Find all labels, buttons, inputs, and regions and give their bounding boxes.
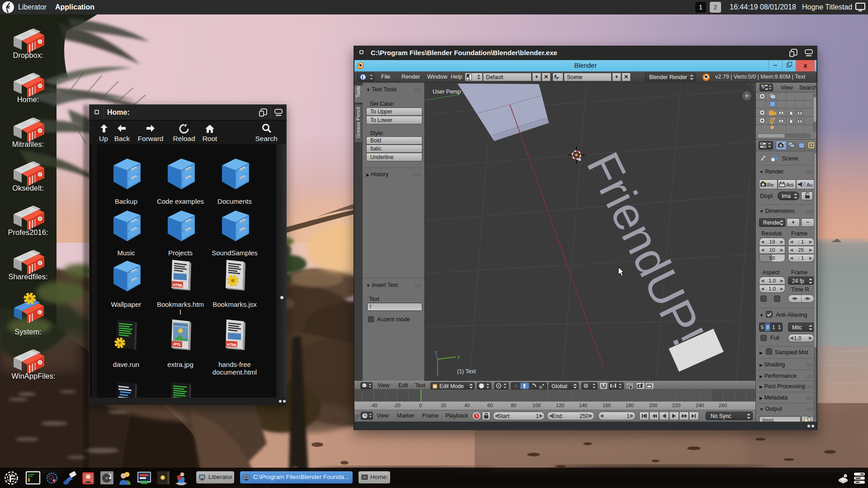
svg-text:i: i (362, 75, 363, 80)
svg-text:F: F (9, 474, 14, 483)
svg-text:User Persp: User Persp (433, 89, 461, 95)
svg-text:z: z (435, 349, 438, 355)
svg-text:(1) Text: (1) Text (457, 368, 476, 375)
svg-text:Re: Re (767, 182, 774, 188)
svg-text:Au: Au (807, 182, 812, 188)
svg-text:Ani: Ani (786, 182, 793, 188)
svg-text:y: y (458, 354, 460, 359)
svg-text:Scene: Scene (782, 155, 798, 162)
